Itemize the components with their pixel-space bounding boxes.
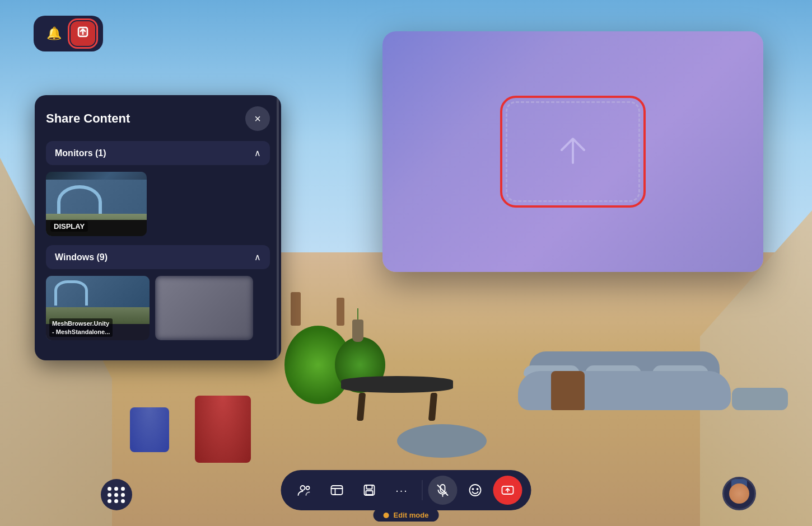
avatar	[729, 483, 749, 504]
windows-label: Windows (9)	[55, 252, 108, 262]
coffee-table	[341, 376, 453, 421]
toolbar-divider	[422, 480, 423, 500]
avatar-button[interactable]	[722, 477, 756, 510]
svg-rect-5	[332, 486, 343, 495]
monitors-section: Monitors (1) ∧ DISPLAY	[46, 141, 270, 238]
windows-section-header[interactable]: Windows (9) ∧	[46, 245, 270, 269]
window-thumb-2[interactable]	[155, 276, 253, 340]
monitors-label: Monitors (1)	[55, 148, 106, 158]
edit-mode-label: Edit mode	[394, 511, 429, 519]
panel-title: Share Content	[46, 111, 130, 126]
panel-header: Share Content ×	[46, 106, 270, 131]
upload-icon	[77, 26, 89, 41]
apps-button[interactable]	[101, 479, 132, 510]
avatar-head	[729, 483, 749, 504]
vase	[349, 308, 366, 342]
sofa	[518, 349, 731, 410]
cylinder-red	[195, 396, 251, 463]
notification-button[interactable]: 🔔	[41, 21, 66, 46]
top-left-toolbar: 🔔	[34, 16, 103, 51]
view-button[interactable]	[323, 476, 352, 505]
notification-icon: 🔔	[46, 26, 62, 41]
svg-point-3	[301, 486, 305, 490]
svg-rect-10	[366, 491, 373, 495]
emoji-icon	[468, 483, 483, 497]
view-icon	[330, 483, 344, 497]
svg-point-14	[470, 485, 481, 496]
share-content-panel: Share Content × Monitors (1) ∧ DISPLAY	[35, 95, 281, 360]
people-icon	[297, 483, 312, 497]
bottom-toolbar: ···	[281, 470, 531, 510]
mute-button[interactable]	[428, 476, 458, 505]
windows-chevron-icon: ∧	[254, 252, 261, 262]
share-screen-icon	[501, 483, 515, 497]
save-button[interactable]	[355, 476, 384, 505]
window-thumb-1[interactable]: MeshBrowser.Unity - MeshStandalone...	[46, 276, 150, 340]
windows-thumbnails: MeshBrowser.Unity - MeshStandalone...	[46, 274, 270, 342]
share-content-button[interactable]	[71, 21, 95, 46]
ottoman	[397, 424, 487, 458]
more-dots-icon: ···	[395, 484, 408, 497]
edit-mode-badge: Edit mode	[374, 509, 439, 522]
side-stump	[551, 371, 585, 410]
virtual-display-board	[382, 31, 763, 272]
svg-point-16	[477, 489, 478, 490]
window-thumb-1-label: MeshBrowser.Unity - MeshStandalone...	[49, 318, 113, 337]
more-button[interactable]: ···	[388, 476, 417, 505]
far-ottoman	[732, 388, 788, 410]
close-panel-button[interactable]: ×	[245, 106, 270, 131]
monitor-thumb-label: DISPLAY	[50, 221, 88, 232]
svg-point-4	[306, 486, 310, 490]
edit-mode-dot	[384, 513, 389, 518]
monitors-thumbnails: DISPLAY	[46, 170, 270, 238]
cylinder-blue	[130, 407, 169, 452]
emoji-button[interactable]	[461, 476, 490, 505]
svg-rect-9	[367, 485, 372, 489]
apps-grid-icon	[108, 487, 125, 503]
people-button[interactable]	[290, 476, 319, 505]
monitors-section-header[interactable]: Monitors (1) ∧	[46, 141, 270, 165]
scroll-hint	[277, 95, 279, 360]
svg-point-15	[473, 489, 474, 490]
upload-drop-zone[interactable]	[506, 101, 640, 202]
save-icon	[362, 483, 377, 497]
monitor-thumb-1[interactable]: DISPLAY	[46, 172, 147, 236]
monitors-chevron-icon: ∧	[254, 148, 261, 158]
mic-off-icon	[436, 483, 450, 497]
upload-arrow-icon	[553, 132, 592, 171]
share-screen-button[interactable]	[493, 476, 522, 505]
windows-section: Windows (9) ∧ MeshBrowser.Unity - MeshSt…	[46, 245, 270, 342]
